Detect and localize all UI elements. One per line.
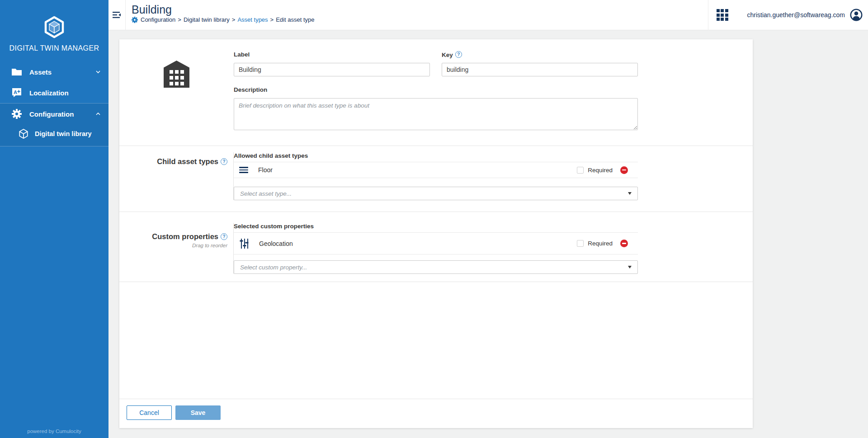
description-field-label: Description [234, 86, 638, 94]
required-label: Required [588, 240, 613, 247]
app-switcher-grid-icon [717, 9, 728, 21]
breadcrumb: Configuration > Digital twin library > A… [132, 16, 708, 23]
user-avatar-icon [850, 9, 863, 21]
svg-text:A: A [14, 89, 17, 95]
required-checkbox[interactable] [577, 167, 584, 174]
folder-icon [11, 68, 23, 76]
sidebar-item-label: Assets [29, 68, 96, 76]
label-input[interactable] [234, 63, 430, 76]
breadcrumb-item: Edit asset type [276, 16, 314, 23]
breadcrumb-item: Configuration [141, 16, 175, 23]
app-switcher-button[interactable] [708, 0, 736, 30]
content-area: Label Key? Description [108, 30, 868, 438]
asset-type-select-placeholder: Select asset type... [240, 190, 628, 197]
collapse-sidebar-button[interactable] [108, 0, 126, 30]
translate-icon: A [11, 88, 23, 98]
key-input[interactable] [442, 63, 638, 76]
section-child-asset-types: Child asset types? Allowed child asset t… [119, 146, 753, 212]
child-asset-type-name: Floor [258, 166, 577, 174]
sidebar-item-label: Localization [29, 89, 100, 97]
custom-property-select-placeholder: Select custom property... [240, 264, 628, 271]
sidebar: DIGITAL TWIN MANAGER Assets A Localizati… [0, 0, 108, 438]
breadcrumb-link-asset-types[interactable]: Asset types [237, 16, 268, 23]
edit-asset-type-card: Label Key? Description [119, 39, 753, 428]
section-custom-properties: Custom properties? Drag to reorder Selec… [119, 212, 753, 282]
remove-icon[interactable] [620, 240, 628, 247]
breadcrumb-separator: > [232, 16, 236, 23]
drag-to-reorder-hint: Drag to reorder [119, 243, 227, 248]
custom-property-select[interactable]: Select custom property... [234, 260, 638, 274]
child-asset-types-title: Child asset types [157, 157, 218, 165]
child-asset-type-row: Floor Required [234, 162, 638, 178]
chevron-down-icon [628, 266, 632, 268]
help-icon[interactable]: ? [455, 51, 462, 58]
key-field-label-text: Key [442, 52, 453, 58]
chevron-down-icon [628, 192, 632, 195]
custom-property-name: Geolocation [259, 240, 577, 247]
help-icon[interactable]: ? [221, 233, 227, 240]
user-menu[interactable]: christian.guether@softwareag.com [747, 9, 863, 21]
sidebar-item-digital-twin-library[interactable]: Digital twin library [0, 124, 108, 143]
sidebar-item-assets[interactable]: Assets [0, 61, 108, 82]
section-basic-info: Label Key? Description [119, 39, 753, 146]
selected-custom-properties-label: Selected custom properties [234, 223, 638, 231]
allowed-child-asset-types-label: Allowed child asset types [234, 152, 638, 160]
powered-by-label: powered by Cumulocity [0, 429, 108, 434]
sidebar-group-configuration: Configuration Digital twin library [0, 103, 108, 146]
custom-properties-title: Custom properties [152, 232, 218, 240]
form-actions: Cancel Save [119, 399, 753, 428]
asset-type-select[interactable]: Select asset type... [234, 187, 638, 200]
chevron-down-icon [96, 71, 100, 74]
sidebar-item-configuration[interactable]: Configuration [0, 104, 108, 124]
building-icon [164, 61, 189, 88]
sidebar-subitem-label: Digital twin library [35, 130, 92, 137]
user-email: christian.guether@softwareag.com [747, 11, 845, 19]
chevron-up-icon [96, 113, 100, 116]
custom-property-row: Geolocation Required [234, 233, 638, 254]
collapse-sidebar-icon [113, 11, 121, 19]
help-icon[interactable]: ? [221, 158, 227, 165]
top-header: Building [108, 0, 868, 30]
label-field-label: Label [234, 51, 430, 59]
description-textarea[interactable] [234, 98, 638, 130]
sidebar-item-localization[interactable]: A Localization [0, 82, 108, 103]
save-button[interactable]: Save [175, 405, 221, 420]
required-checkbox[interactable] [577, 240, 584, 247]
key-field-label: Key? [442, 51, 638, 59]
sidebar-nav: Assets A Localization [0, 61, 108, 146]
breadcrumb-item: Digital twin library [184, 16, 230, 23]
remove-icon[interactable] [620, 166, 628, 174]
sidebar-item-label: Configuration [29, 110, 96, 118]
gear-icon [11, 109, 23, 119]
app-name: DIGITAL TWIN MANAGER [0, 44, 108, 52]
gear-icon [132, 17, 138, 23]
cube-hexagon-icon [18, 129, 29, 139]
required-label: Required [588, 167, 613, 174]
card-empty-space [119, 282, 753, 399]
sliders-icon[interactable] [239, 238, 249, 250]
breadcrumb-separator: > [270, 16, 274, 23]
page-title: Building [132, 3, 708, 16]
drag-handle-icon[interactable] [239, 167, 248, 173]
cancel-button[interactable]: Cancel [127, 405, 172, 420]
breadcrumb-separator: > [178, 16, 181, 23]
app-logo-cube-icon [43, 15, 66, 39]
